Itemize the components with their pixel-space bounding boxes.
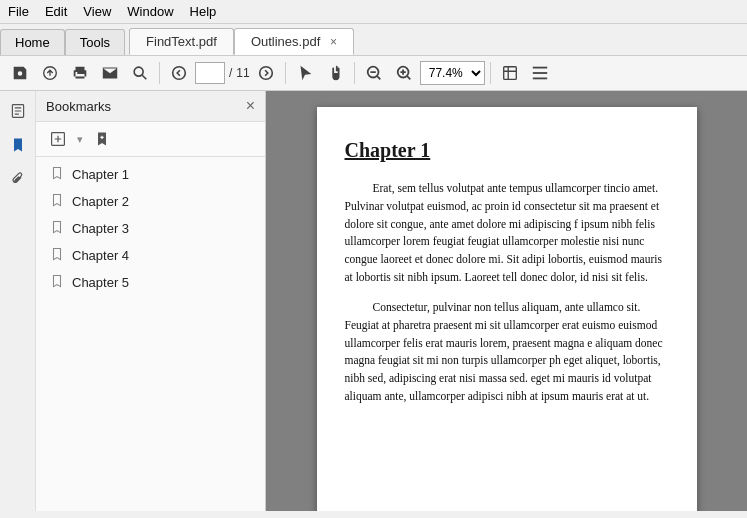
list-item[interactable]: Chapter 2 [36, 188, 265, 215]
svg-rect-6 [503, 67, 516, 80]
bookmark-icon [50, 247, 64, 264]
bookmarks-list: Chapter 1 Chapter 2 Chapter 3 Chapter 4 [36, 157, 265, 511]
fit-page-button[interactable] [496, 59, 524, 87]
pdf-viewer[interactable]: Chapter 1 Erat, sem tellus volutpat ante… [266, 91, 747, 511]
page-input[interactable]: 1 [195, 62, 225, 84]
list-item[interactable]: Chapter 3 [36, 215, 265, 242]
select-tool-button[interactable] [291, 59, 319, 87]
toolbar-sep-1 [159, 62, 160, 84]
svg-point-3 [259, 67, 272, 80]
pdf-paragraph-2: Consectetur, pulvinar non tellus aliquam… [345, 299, 669, 406]
bookmark-new-button[interactable] [88, 126, 116, 152]
tab-tools[interactable]: Tools [65, 29, 125, 55]
menu-edit[interactable]: Edit [37, 2, 75, 21]
tab-close-icon[interactable]: × [330, 35, 337, 49]
bookmarks-close-button[interactable]: × [246, 97, 255, 115]
pdf-paragraph-1: Erat, sem tellus volutpat ante tempus ul… [345, 180, 669, 287]
bookmark-label: Chapter 4 [72, 248, 129, 263]
page-nav: 1 / 11 [195, 62, 250, 84]
bookmark-label: Chapter 3 [72, 221, 129, 236]
bookmark-label: Chapter 5 [72, 275, 129, 290]
menu-bar: File Edit View Window Help [0, 0, 747, 24]
more-tools-button[interactable] [526, 59, 554, 87]
toolbar: 1 / 11 77.4% 50% 75% 100% 125% 150% [0, 56, 747, 91]
list-item[interactable]: Chapter 1 [36, 161, 265, 188]
upload-button[interactable] [36, 59, 64, 87]
list-item[interactable]: Chapter 5 [36, 269, 265, 296]
print-button[interactable] [66, 59, 94, 87]
main-area: Bookmarks × ▾ Chapter 1 Cha [0, 91, 747, 511]
bookmarks-header: Bookmarks × [36, 91, 265, 122]
search-button[interactable] [126, 59, 154, 87]
bookmark-expand-button[interactable] [44, 126, 72, 152]
bookmark-icon [50, 193, 64, 210]
hand-tool-button[interactable] [321, 59, 349, 87]
menu-file[interactable]: File [0, 2, 37, 21]
bookmark-label: Chapter 1 [72, 167, 129, 182]
next-page-button[interactable] [252, 59, 280, 87]
toolbar-sep-4 [490, 62, 491, 84]
svg-point-1 [134, 67, 143, 76]
tab-home[interactable]: Home [0, 29, 65, 55]
menu-view[interactable]: View [75, 2, 119, 21]
zoom-select[interactable]: 77.4% 50% 75% 100% 125% 150% [420, 61, 485, 85]
save-button[interactable] [6, 59, 34, 87]
page-sep: / [229, 66, 232, 80]
page-total: 11 [236, 66, 249, 80]
svg-point-2 [173, 67, 186, 80]
bookmarks-panel: Bookmarks × ▾ Chapter 1 Cha [36, 91, 266, 511]
bookmarks-toolbar: ▾ [36, 122, 265, 157]
tab-bar: Home Tools FindText.pdf Outlines.pdf × [0, 24, 747, 56]
prev-page-button[interactable] [165, 59, 193, 87]
toolbar-sep-2 [285, 62, 286, 84]
tab-outlines[interactable]: Outlines.pdf × [234, 28, 354, 55]
zoom-out-button[interactable] [360, 59, 388, 87]
tab-findtext[interactable]: FindText.pdf [129, 28, 234, 55]
list-item[interactable]: Chapter 4 [36, 242, 265, 269]
bookmark-label: Chapter 2 [72, 194, 129, 209]
svg-rect-8 [533, 72, 547, 74]
bookmark-icon [50, 220, 64, 237]
side-icon-bookmarks[interactable] [4, 131, 32, 159]
bookmark-icon [50, 274, 64, 291]
pdf-page: Chapter 1 Erat, sem tellus volutpat ante… [317, 107, 697, 511]
toolbar-sep-3 [354, 62, 355, 84]
email-button[interactable] [96, 59, 124, 87]
side-icon-page[interactable] [4, 97, 32, 125]
side-icons [0, 91, 36, 511]
bookmarks-title: Bookmarks [46, 99, 111, 114]
menu-window[interactable]: Window [119, 2, 181, 21]
side-icon-attachments[interactable] [4, 165, 32, 193]
zoom-in-button[interactable] [390, 59, 418, 87]
svg-rect-9 [533, 78, 547, 80]
bookmark-icon [50, 166, 64, 183]
menu-help[interactable]: Help [182, 2, 225, 21]
pdf-chapter-title: Chapter 1 [345, 139, 669, 162]
svg-rect-7 [533, 67, 547, 69]
